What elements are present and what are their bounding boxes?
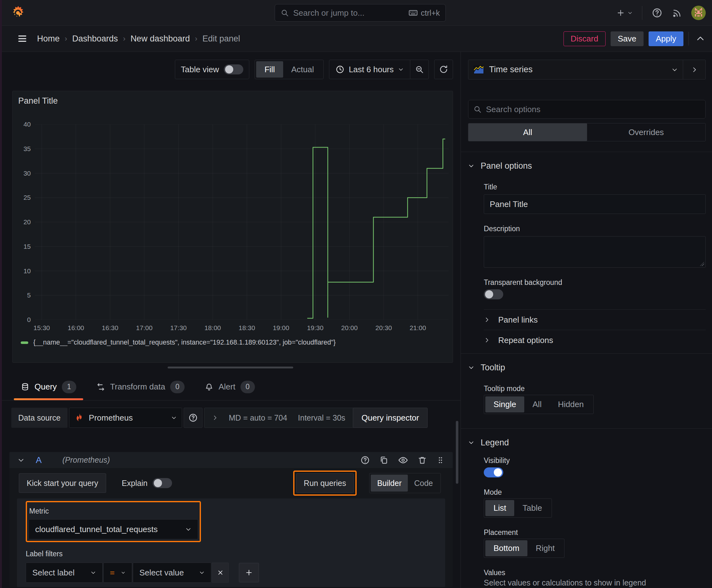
operator-dropdown[interactable]: = (103, 563, 132, 583)
tooltip-hidden-option[interactable]: Hidden (550, 396, 592, 413)
chevron-down-icon (628, 10, 632, 15)
grafana-logo-icon[interactable] (11, 5, 26, 20)
metric-highlight: Metric cloudflared_tunnel_total_requests (26, 501, 201, 542)
top-navbar: Search or jump to... ctrl+k (0, 0, 712, 26)
query-datasource-name: (Prometheus) (63, 456, 110, 465)
x-axis-labels: 15:3016:0016:3017:0017:3018:0018:3019:00… (35, 324, 449, 334)
legend-section-header[interactable]: Legend (468, 436, 706, 449)
actual-option[interactable]: Actual (283, 61, 322, 78)
legend-mode-label: Mode (484, 488, 706, 497)
table-view-toggle[interactable] (224, 64, 243, 75)
repeat-options-section[interactable]: Repeat options (484, 330, 706, 350)
rss-icon (672, 8, 682, 18)
legend-series-label[interactable]: {__name__="cloudflared_tunnel_total_requ… (33, 339, 336, 346)
placement-right-option[interactable]: Right (527, 540, 563, 556)
divider (642, 6, 642, 20)
table-view-group: Table view (175, 60, 249, 79)
table-view-label: Table view (181, 65, 219, 75)
panel-title-input[interactable]: Panel Title (484, 194, 706, 214)
placement-bottom-option[interactable]: Bottom (486, 540, 527, 556)
tab-query[interactable]: Query 1 (14, 374, 83, 400)
metric-label: Metric (29, 507, 198, 516)
code-option[interactable]: Code (408, 475, 439, 491)
navbar-actions (616, 0, 706, 26)
discard-button[interactable]: Discard (563, 31, 606, 46)
datasource-picker[interactable]: Prometheus (69, 408, 182, 428)
trash-icon[interactable] (417, 456, 427, 465)
tab-alert[interactable]: Alert 0 (198, 374, 261, 400)
news-button[interactable] (672, 8, 682, 18)
chart-legend[interactable]: {__name__="cloudflared_tunnel_total_requ… (21, 339, 336, 346)
remove-filter-button[interactable] (212, 563, 229, 583)
help-circle-icon[interactable] (360, 456, 370, 465)
scrollbar-thumb[interactable] (456, 421, 458, 484)
transparent-background-toggle[interactable] (484, 289, 503, 299)
run-queries-button[interactable]: Run queries (296, 474, 354, 493)
tab-alert-label: Alert (218, 382, 235, 392)
placement-label: Placement (484, 528, 706, 537)
breadcrumb-home[interactable]: Home (37, 34, 60, 44)
legend-list-option[interactable]: List (486, 500, 514, 516)
prometheus-icon (74, 413, 84, 423)
tooltip-single-option[interactable]: Single (486, 396, 524, 413)
tab-transform-data[interactable]: Transform data 0 (89, 374, 192, 400)
query-row-header[interactable]: A (Prometheus) (9, 452, 453, 468)
query-inspector-button[interactable]: Query inspector (353, 408, 428, 428)
select-value-dropdown[interactable]: Select value (133, 563, 211, 583)
panel-options-section-header[interactable]: Panel options (468, 160, 706, 172)
options-search-input[interactable]: Search options (468, 100, 706, 119)
pane-resize-handle[interactable] (168, 366, 293, 369)
global-search-input[interactable]: Search or jump to... ctrl+k (275, 4, 446, 22)
user-avatar[interactable] (691, 6, 706, 20)
metric-select[interactable]: cloudflared_tunnel_total_requests (28, 519, 198, 539)
legend-table-option[interactable]: Table (514, 500, 550, 516)
fill-option[interactable]: Fill (256, 61, 283, 78)
save-button[interactable]: Save (610, 31, 644, 46)
duplicate-icon[interactable] (379, 456, 389, 465)
tab-all[interactable]: All (468, 123, 587, 141)
tooltip-mode-label: Tooltip mode (484, 384, 706, 393)
legend-title: Legend (481, 438, 509, 447)
datasource-value: Prometheus (89, 413, 167, 423)
panel-links-section[interactable]: Panel links (484, 310, 706, 330)
zoom-out-button[interactable] (410, 60, 429, 79)
tooltip-all-option[interactable]: All (524, 396, 550, 413)
zoom-out-icon (415, 65, 424, 74)
max-data-points: MD = auto = 704 (229, 413, 287, 422)
description-textarea[interactable] (484, 236, 706, 268)
help-button[interactable] (652, 7, 662, 18)
legend-visibility-toggle[interactable] (484, 467, 503, 478)
explain-toggle[interactable] (153, 478, 172, 488)
legend-swatch (21, 341, 28, 344)
drag-grip-icon[interactable] (436, 456, 445, 465)
search-placeholder: Search or jump to... (293, 8, 404, 18)
select-label-dropdown[interactable]: Select label (26, 563, 103, 583)
breadcrumb-new-dashboard[interactable]: New dashboard (131, 34, 190, 44)
chevron-right-icon (691, 66, 698, 73)
shortcut-hint: ctrl+k (408, 8, 440, 18)
search-icon (281, 9, 289, 17)
chart-svg[interactable] (35, 124, 449, 320)
y-axis-labels: 0510152025303540 (13, 124, 31, 320)
apply-button[interactable]: Apply (649, 31, 684, 46)
eye-icon[interactable] (398, 455, 408, 465)
query-options-summary[interactable]: MD = auto = 704 Interval = 30s (204, 408, 367, 428)
builder-option[interactable]: Builder (371, 475, 408, 491)
datasource-help-button[interactable] (184, 408, 202, 428)
viz-select-button[interactable]: Time series (468, 60, 683, 79)
panel-title[interactable]: Panel Title (18, 96, 58, 106)
tooltip-section-header[interactable]: Tooltip (468, 361, 706, 374)
breadcrumb-dashboards[interactable]: Dashboards (72, 34, 118, 44)
refresh-button[interactable] (434, 60, 453, 79)
add-filter-button[interactable] (239, 563, 259, 582)
viz-suggestions-button[interactable] (683, 60, 706, 79)
menu-toggle-button[interactable] (16, 34, 28, 43)
kick-start-button[interactable]: Kick start your query (19, 474, 106, 493)
query-editor-card: A (Prometheus) Kick start your query Exp… (9, 452, 453, 587)
collapse-options-button[interactable] (696, 34, 705, 43)
search-icon (473, 105, 481, 113)
new-button[interactable] (616, 8, 632, 17)
tab-overrides[interactable]: Overrides (587, 123, 706, 141)
time-range-button[interactable]: Last 6 hours (329, 65, 410, 75)
visibility-label: Visibility (484, 456, 706, 465)
